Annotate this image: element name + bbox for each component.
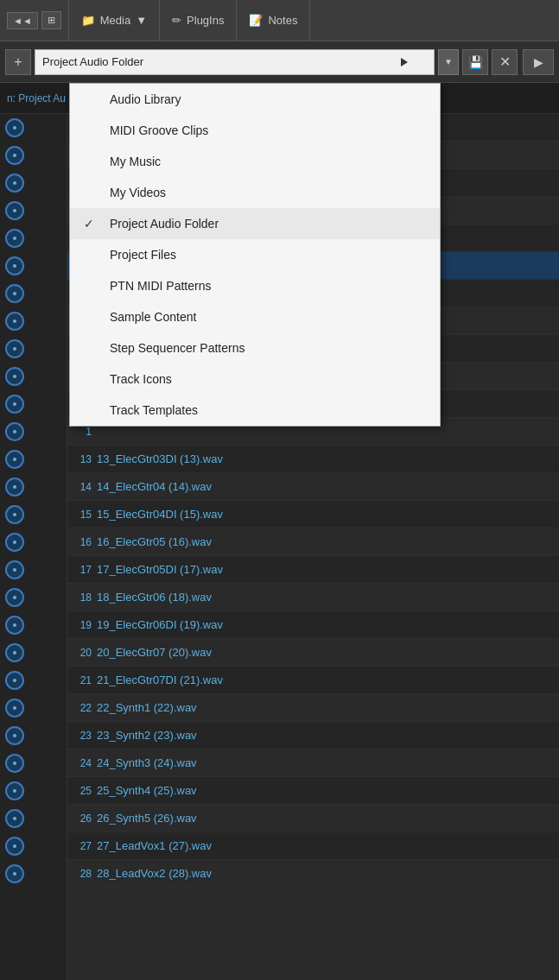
file-name-27: 28_LeadVox2 (28).wav [97, 867, 212, 880]
sidebar-row-8 [0, 335, 67, 363]
notes-icon: 📝 [249, 14, 263, 27]
dropdown-item-0[interactable]: Audio Library [70, 84, 440, 115]
file-name-17: 18_ElecGtr06 (18).wav [97, 591, 212, 604]
play-button[interactable]: ▶ [523, 49, 554, 75]
file-icon-1 [5, 146, 24, 165]
file-number-13: 14 [74, 481, 92, 493]
file-name-20: 21_ElecGtr07DI (21).wav [97, 673, 223, 686]
list-item-17[interactable]: 1818_ElecGtr06 (18).wav [67, 584, 559, 611]
file-name-23: 24_Synth3 (24).wav [97, 756, 197, 769]
dropdown-item-label-4: Project Audio Folder [110, 217, 219, 231]
sidebar-row-7 [0, 307, 67, 335]
dropdown-item-4[interactable]: ✓Project Audio Folder [70, 208, 440, 239]
file-number-22: 23 [74, 730, 92, 742]
dropdown-item-label-6: PTN MIDI Patterns [110, 279, 211, 293]
file-icon-13 [5, 477, 24, 496]
file-name-19: 20_ElecGtr07 (20).wav [97, 646, 212, 659]
rewind-button[interactable]: ◄◄ [7, 12, 38, 29]
file-number-16: 17 [74, 564, 92, 576]
list-item-20[interactable]: 2121_ElecGtr07DI (21).wav [67, 667, 559, 694]
list-item-16[interactable]: 1717_ElecGtr05DI (17).wav [67, 556, 559, 584]
sidebar-row-4 [0, 224, 67, 252]
file-name-15: 16_ElecGtr05 (16).wav [97, 535, 212, 548]
sidebar-row-14 [0, 501, 67, 528]
list-item-25[interactable]: 2626_Synth5 (26).wav [67, 805, 559, 832]
list-item-13[interactable]: 1414_ElecGtr04 (14).wav [67, 473, 559, 501]
tab-media[interactable]: 📁 Media ▼ [69, 0, 160, 41]
sidebar-row-10 [0, 390, 67, 418]
folder-icon: 📁 [81, 14, 95, 27]
sidebar-row-1 [0, 142, 67, 169]
file-name-12: 13_ElecGtr03DI (13).wav [97, 452, 223, 465]
file-icon-18 [5, 616, 24, 635]
file-icon-5 [5, 256, 24, 275]
sidebar-row-2 [0, 169, 67, 197]
location-dropdown-button[interactable]: ▼ [438, 49, 459, 75]
file-name-22: 23_Synth2 (23).wav [97, 729, 197, 742]
list-item-18[interactable]: 1919_ElecGtr06DI (19).wav [67, 611, 559, 639]
file-icon-4 [5, 229, 24, 248]
sidebar-row-27 [0, 860, 67, 888]
toolbar-left-controls: ◄◄ ⊞ [0, 0, 69, 41]
file-number-15: 16 [74, 536, 92, 548]
file-icon-11 [5, 422, 24, 441]
dropdown-item-2[interactable]: My Music [70, 146, 440, 177]
dropdown-item-10[interactable]: Track Templates [70, 395, 440, 426]
list-item-12[interactable]: 1313_ElecGtr03DI (13).wav [67, 446, 559, 473]
tab-notes-label: Notes [268, 14, 297, 27]
play-icon: ▶ [534, 55, 543, 69]
dropdown-item-label-3: My Videos [110, 186, 166, 199]
list-item-26[interactable]: 2727_LeadVox1 (27).wav [67, 832, 559, 860]
sidebar-row-18 [0, 611, 67, 639]
dropdown-item-7[interactable]: Sample Content [70, 301, 440, 332]
sidebar-row-26 [0, 832, 67, 860]
file-number-11: 1 [74, 426, 92, 438]
dropdown-item-label-7: Sample Content [110, 310, 196, 324]
file-icon-27 [5, 864, 24, 883]
sidebar-row-13 [0, 473, 67, 501]
save-icon: 💾 [468, 55, 483, 69]
list-item-23[interactable]: 2424_Synth3 (24).wav [67, 749, 559, 777]
file-icon-22 [5, 726, 24, 745]
list-item-19[interactable]: 2020_ElecGtr07 (20).wav [67, 639, 559, 667]
list-item-21[interactable]: 2222_Synth1 (22).wav [67, 694, 559, 722]
tab-plugins[interactable]: ✏ PlugIns [160, 0, 237, 41]
sidebar-row-22 [0, 722, 67, 749]
dropdown-item-9[interactable]: Track Icons [70, 364, 440, 395]
tab-notes[interactable]: 📝 Notes [237, 0, 310, 41]
close-button[interactable]: ✕ [492, 49, 518, 75]
file-icon-21 [5, 699, 24, 718]
add-location-button[interactable]: + [5, 49, 31, 75]
file-number-25: 26 [74, 812, 92, 825]
sidebar-row-17 [0, 584, 67, 611]
list-item-15[interactable]: 1616_ElecGtr05 (16).wav [67, 528, 559, 556]
sidebar-row-6 [0, 280, 67, 307]
location-dropdown-menu: Audio LibraryMIDI Groove ClipsMy MusicMy… [69, 83, 441, 427]
file-icon-19 [5, 643, 24, 662]
multitrack-button[interactable]: ⊞ [41, 11, 61, 29]
dropdown-item-label-9: Track Icons [110, 372, 172, 386]
dropdown-item-label-5: Project Files [110, 248, 176, 262]
cursor-arrow-icon [401, 58, 408, 66]
file-number-23: 24 [74, 757, 92, 769]
file-icon-25 [5, 809, 24, 828]
file-name-14: 15_ElecGtr04DI (15).wav [97, 508, 223, 521]
plugins-icon: ✏ [172, 14, 181, 27]
list-item-27[interactable]: 2828_LeadVox2 (28).wav [67, 860, 559, 888]
save-button[interactable]: 💾 [462, 49, 488, 75]
dropdown-item-5[interactable]: Project Files [70, 239, 440, 270]
location-text: Project Audio Folder [42, 55, 427, 68]
file-number-19: 20 [74, 647, 92, 659]
file-number-24: 25 [74, 785, 92, 797]
list-item-24[interactable]: 2525_Synth4 (25).wav [67, 777, 559, 805]
file-name-25: 26_Synth5 (26).wav [97, 812, 197, 825]
sidebar-row-12 [0, 446, 67, 473]
dropdown-item-3[interactable]: My Videos [70, 177, 440, 208]
dropdown-item-8[interactable]: Step Sequencer Patterns [70, 332, 440, 364]
dropdown-item-6[interactable]: PTN MIDI Patterns [70, 270, 440, 301]
dropdown-item-1[interactable]: MIDI Groove Clips [70, 115, 440, 146]
list-item-22[interactable]: 2323_Synth2 (23).wav [67, 722, 559, 749]
list-item-14[interactable]: 1515_ElecGtr04DI (15).wav [67, 501, 559, 528]
file-icon-10 [5, 395, 24, 414]
file-icon-9 [5, 367, 24, 386]
